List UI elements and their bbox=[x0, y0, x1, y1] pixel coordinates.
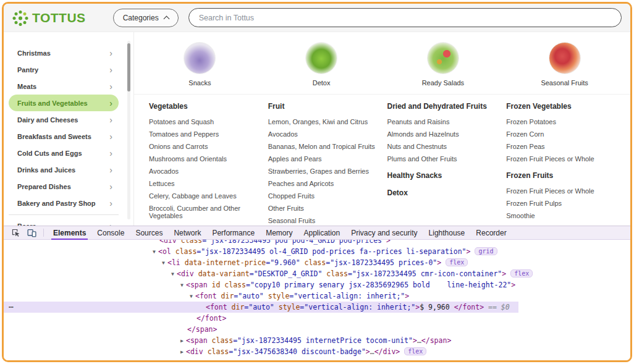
section-title-vegetables[interactable]: Vegetables bbox=[149, 102, 262, 111]
menu-link[interactable]: Apples and Pears bbox=[268, 155, 381, 163]
menu-column: FruitLemon, Oranges, Kiwi and CitrusAvoc… bbox=[268, 102, 387, 226]
sidebar-item-drinks-and-juices[interactable]: Drinks and Juices› bbox=[9, 161, 119, 178]
menu-link[interactable]: Frozen Potatoes bbox=[506, 118, 619, 125]
more-actions-icon[interactable]: ⋯ bbox=[9, 302, 14, 313]
menu-link[interactable]: Almonds and Hazelnuts bbox=[387, 130, 501, 138]
code-token: … bbox=[417, 336, 421, 345]
featured-label: Seasonal Fruits bbox=[541, 79, 588, 87]
categories-button[interactable]: Categories bbox=[113, 9, 179, 27]
menu-link[interactable]: Bananas, Melon and Tropical Fruits bbox=[268, 143, 381, 150]
collapse-arrow-icon[interactable]: ▼ bbox=[150, 247, 158, 258]
dom-tree-node[interactable]: </span> bbox=[4, 324, 630, 335]
menu-link[interactable]: Onions and Carrots bbox=[149, 143, 262, 150]
tab-console[interactable]: Console bbox=[91, 226, 130, 239]
tab-recorder[interactable]: Recorder bbox=[470, 226, 512, 239]
menu-link[interactable]: Avocados bbox=[149, 167, 262, 175]
tab-performance[interactable]: Performance bbox=[206, 226, 260, 239]
dom-tree-node[interactable]: ▶<div class="jsx-3475638340 discount-bad… bbox=[4, 346, 630, 357]
section-title-dried-and-dehydrated-fruits[interactable]: Dried and Dehydrated Fruits bbox=[387, 102, 501, 111]
device-toolbar-icon[interactable] bbox=[23, 226, 40, 239]
menu-link[interactable]: Other Fruits bbox=[268, 205, 381, 212]
menu-link[interactable]: Frozen Fruit Pieces or Whole bbox=[506, 155, 619, 163]
dom-tree-node[interactable]: ▼<ol class="jsx-1872334495 ol-4_GRID pod… bbox=[4, 246, 630, 257]
section-title-frozen-fruits[interactable]: Frozen Fruits bbox=[506, 171, 619, 180]
sidebar-item-fruits-and-vegetables[interactable]: Fruits and Vegetables› bbox=[9, 95, 119, 111]
menu-link[interactable]: Celery, Cabbage and Leaves bbox=[149, 192, 262, 200]
featured-ready-salads[interactable]: Ready Salads bbox=[383, 42, 504, 87]
dom-tree-node[interactable]: ▼<div data-variant="DESKTOP_4_GRID" clas… bbox=[4, 268, 630, 279]
menu-link[interactable]: Frozen Fruit Pieces or Whole bbox=[506, 187, 619, 195]
menu-link[interactable]: Lettuces bbox=[149, 180, 262, 187]
collapse-arrow-icon[interactable]: ▼ bbox=[169, 269, 177, 280]
featured-detox[interactable]: Detox bbox=[261, 42, 383, 87]
sidebar-item-prepared-dishes[interactable]: Prepared Dishes› bbox=[9, 178, 119, 195]
tab-sources[interactable]: Sources bbox=[130, 226, 168, 239]
code-token: == $0 bbox=[484, 303, 510, 311]
category-image bbox=[305, 42, 337, 74]
menu-link[interactable]: Frozen Peas bbox=[506, 143, 619, 150]
code-token: <span bbox=[186, 336, 212, 345]
sidebar-scrollbar[interactable] bbox=[127, 41, 130, 219]
code-token: ="auto" bbox=[244, 303, 274, 311]
dom-tree-node[interactable]: ▼<li data-internet-price="9.960" class="… bbox=[4, 257, 630, 268]
dom-tree-node[interactable]: </font> bbox=[4, 313, 630, 324]
expand-arrow-icon[interactable]: ▶ bbox=[178, 336, 186, 347]
menu-link[interactable]: Lemon, Oranges, Kiwi and Citrus bbox=[268, 118, 381, 125]
sidebar-item-dairy-and-cheeses[interactable]: Dairy and Cheeses› bbox=[9, 111, 119, 128]
collapse-arrow-icon[interactable]: ▼ bbox=[187, 291, 195, 302]
layout-badge-flex[interactable]: flex bbox=[510, 269, 533, 277]
tab-memory[interactable]: Memory bbox=[260, 226, 298, 239]
dom-tree-node[interactable]: <div class="jsx-1872334495 pod pod-4_GRI… bbox=[4, 240, 630, 246]
section-title-detox[interactable]: Detox bbox=[387, 188, 501, 197]
dom-tree-node[interactable]: ▶<span class="jsx-1872334495 internetPri… bbox=[4, 335, 630, 346]
tab-elements[interactable]: Elements bbox=[48, 226, 91, 239]
tab-application[interactable]: Application bbox=[298, 226, 345, 239]
tottus-logo[interactable]: TOTTUS bbox=[12, 10, 86, 26]
devtools-tabs: ElementsConsoleSourcesNetworkPerformance… bbox=[48, 226, 512, 239]
menu-link[interactable]: Frozen Fruit Pulps bbox=[506, 200, 619, 207]
layout-badge-flex[interactable]: flex bbox=[404, 347, 426, 355]
section-title-fruit[interactable]: Fruit bbox=[268, 102, 381, 111]
menu-link[interactable]: Tomatoes and Peppers bbox=[149, 130, 262, 138]
dom-tree-node[interactable]: ▼<span id class="copy10 primary senary j… bbox=[4, 279, 630, 290]
menu-link[interactable]: Broccoli, Cucumber and Other Vegetables bbox=[149, 205, 262, 219]
tab-privacy-and-security[interactable]: Privacy and security bbox=[345, 226, 423, 239]
menu-link[interactable]: Avocados bbox=[268, 130, 381, 138]
dom-tree-node[interactable]: ⋯<font dir="auto" style="vertical-align:… bbox=[4, 302, 518, 313]
menu-link[interactable]: Chopped Fruits bbox=[268, 192, 381, 200]
sidebar-item-breakfasts-and-sweets[interactable]: Breakfasts and Sweets› bbox=[9, 128, 119, 145]
expand-arrow-icon[interactable]: ▶ bbox=[178, 347, 186, 358]
code-token: <div bbox=[186, 347, 208, 356]
sidebar-item-pantry[interactable]: Pantry› bbox=[9, 61, 119, 78]
sidebar-item-beers[interactable]: Beers› bbox=[9, 218, 119, 226]
menu-link[interactable]: Plums and Other Fruits bbox=[387, 155, 501, 163]
dom-tree-node[interactable]: ▼<font dir="auto" style="vertical-align:… bbox=[4, 290, 630, 302]
menu-link[interactable]: Smoothie bbox=[506, 212, 619, 219]
featured-seasonal-fruits[interactable]: Seasonal Fruits bbox=[504, 42, 625, 87]
collapse-arrow-icon[interactable]: ▼ bbox=[178, 280, 186, 291]
menu-link[interactable]: Peanuts and Raisins bbox=[387, 118, 501, 125]
inspect-element-icon[interactable] bbox=[7, 226, 23, 239]
code-token: > bbox=[437, 258, 441, 267]
sidebar-item-cold-cuts-and-eggs[interactable]: Cold Cuts and Eggs› bbox=[9, 145, 119, 161]
featured-snacks[interactable]: Snacks bbox=[139, 42, 261, 87]
collapse-arrow-icon[interactable]: ▼ bbox=[159, 258, 167, 269]
menu-link[interactable]: Strawberries, Grapes and Berries bbox=[268, 167, 381, 175]
layout-badge-flex[interactable]: flex bbox=[446, 258, 468, 266]
sidebar-item-bakery-and-pastry-shop[interactable]: Bakery and Pastry Shop› bbox=[9, 195, 119, 211]
section-title-healthy-snacks[interactable]: Healthy Snacks bbox=[387, 171, 501, 180]
menu-link[interactable]: Frozen Corn bbox=[506, 130, 619, 138]
menu-link[interactable]: Seasonal Fruits bbox=[268, 217, 381, 224]
sidebar-item-meats[interactable]: Meats› bbox=[9, 78, 119, 95]
section-title-frozen-vegetables[interactable]: Frozen Vegetables bbox=[506, 102, 619, 111]
menu-link[interactable]: Peaches and Apricots bbox=[268, 180, 381, 187]
tab-network[interactable]: Network bbox=[168, 226, 206, 239]
menu-link[interactable]: Potatoes and Squash bbox=[149, 118, 262, 125]
menu-link[interactable]: Nuts and Chestnuts bbox=[387, 143, 501, 150]
sidebar-item-christmas[interactable]: Christmas› bbox=[9, 44, 119, 61]
menu-link[interactable]: Mushrooms and Orientals bbox=[149, 155, 262, 163]
scrollbar-thumb[interactable] bbox=[127, 43, 130, 91]
tab-lighthouse[interactable]: Lighthouse bbox=[423, 226, 471, 239]
layout-badge-grid[interactable]: grid bbox=[475, 247, 497, 255]
search-input[interactable] bbox=[188, 8, 622, 27]
